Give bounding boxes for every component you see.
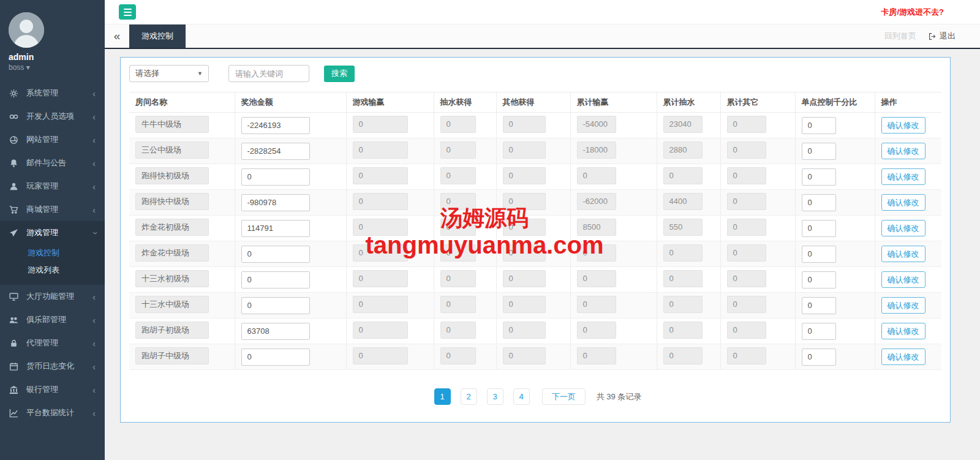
column-header: 累计其它 [720, 92, 795, 113]
confirm-edit-button[interactable]: 确认修改 [881, 143, 925, 159]
table-row: 跑胡子中级场 0 0 0 0 0 0 确认修改 [129, 344, 941, 370]
jackpot-input[interactable] [241, 297, 310, 314]
percent-control-input[interactable] [802, 349, 836, 366]
sidebar-item[interactable]: 玩家管理 ‹ [0, 175, 105, 198]
total-pump-field: 2880 [663, 141, 703, 159]
back-to-home-link[interactable]: 回到首页 [884, 31, 916, 42]
jackpot-input[interactable] [241, 168, 310, 186]
rooms-table: 房间名称奖池金额游戏输赢抽水获得其他获得累计输赢累计抽水累计其它单点控制千分比操… [129, 92, 941, 370]
sidebar-item[interactable]: 俱乐部管理 ‹ [0, 308, 105, 331]
percent-control-input[interactable] [802, 297, 836, 314]
confirm-edit-button[interactable]: 确认修改 [881, 220, 925, 236]
sidebar-item[interactable]: 网站管理 ‹ [0, 128, 105, 151]
main-area: 卡房/游戏进不去? « 游戏控制 回到首页 退出 请选择 ▼ [105, 0, 980, 460]
bell-icon [9, 159, 23, 168]
filter-row: 请选择 ▼ 搜索 [129, 65, 941, 82]
total-other-field: 0 [727, 219, 766, 236]
sidebar-item[interactable]: 代理管理 ‹ [0, 331, 105, 355]
sidebar-subitem[interactable]: 游戏控制 [0, 244, 105, 262]
jackpot-input[interactable] [241, 117, 310, 134]
percent-control-input[interactable] [802, 246, 836, 263]
logout-link[interactable]: 退出 [929, 31, 956, 42]
page-button[interactable]: 4 [513, 388, 530, 405]
total-pump-field: 550 [663, 219, 703, 236]
sidebar-item[interactable]: 平台数据统计 ‹ [0, 401, 105, 424]
confirm-edit-button[interactable]: 确认修改 [881, 168, 925, 185]
game-win-field: 0 [353, 219, 408, 236]
game-control-panel: 请选择 ▼ 搜索 房间名称奖池金额游戏输赢抽水获得其他获得累计输赢累计抽水累 [120, 57, 951, 423]
pagination: 1 2 3 4 下一页 共 39 条记录 [129, 388, 941, 405]
sidebar-item[interactable]: 开发人员选项 ‹ [0, 105, 105, 128]
sidebar-item-label: 开发人员选项 [26, 111, 92, 122]
jackpot-input[interactable] [241, 194, 310, 211]
percent-control-input[interactable] [802, 117, 836, 134]
total-pump-field: 0 [663, 322, 703, 339]
sidebar-item[interactable]: 邮件与公告 ‹ [0, 151, 105, 175]
table-row: 炸金花中级场 0 0 0 0 0 0 确认修改 [129, 241, 941, 267]
sidebar-item-label: 大厅功能管理 [26, 291, 92, 302]
pump-gain-field: 0 [440, 141, 476, 159]
game-win-field: 0 [353, 244, 408, 262]
sidebar-item[interactable]: 商城管理 ‹ [0, 198, 105, 221]
game-win-field: 0 [353, 193, 408, 210]
confirm-edit-button[interactable]: 确认修改 [881, 117, 925, 134]
column-header: 操作 [875, 92, 941, 113]
percent-control-input[interactable] [802, 271, 836, 288]
jackpot-input[interactable] [241, 220, 310, 237]
confirm-edit-button[interactable]: 确认修改 [881, 297, 925, 314]
room-name-field: 十三水中级场 [135, 296, 209, 313]
menu-toggle-button[interactable] [119, 4, 136, 20]
tab-game-control[interactable]: 游戏控制 [129, 25, 186, 48]
jackpot-input[interactable] [241, 349, 310, 366]
sidebar-item[interactable]: 系统管理 ‹ [0, 81, 105, 105]
room-name-field: 跑胡子初级场 [135, 322, 209, 339]
sidebar-group-game: 游戏管理 ‹ 游戏控制 游戏列表 [0, 221, 105, 285]
table-body: 牛牛中级场 0 0 0 -54000 23040 0 确认修改 [129, 113, 941, 370]
jackpot-input[interactable] [241, 143, 310, 160]
confirm-edit-button[interactable]: 确认修改 [881, 246, 925, 262]
sidebar-item-game-management[interactable]: 游戏管理 ‹ [0, 221, 105, 244]
filter-select[interactable]: 请选择 ▼ [129, 65, 209, 82]
percent-control-input[interactable] [802, 323, 836, 340]
user-role-dropdown[interactable]: boss ▾ [9, 63, 105, 72]
lock-icon [9, 339, 23, 348]
sidebar-item-label: 银行管理 [26, 384, 92, 395]
admin-app: admin boss ▾ 系统管理 ‹ 开发人员选项 ‹ [0, 0, 980, 460]
avatar [9, 12, 44, 48]
sidebar-item-label: 游戏管理 [26, 227, 92, 238]
sidebar-subitem[interactable]: 游戏列表 [0, 262, 105, 279]
percent-control-input[interactable] [802, 143, 836, 160]
sidebar-item[interactable]: 大厅功能管理 ‹ [0, 285, 105, 308]
confirm-edit-button[interactable]: 确认修改 [881, 194, 925, 211]
confirm-edit-button[interactable]: 确认修改 [881, 349, 925, 365]
page-button[interactable]: 1 [434, 388, 451, 405]
logout-icon [929, 32, 937, 40]
percent-control-input[interactable] [802, 220, 836, 237]
confirm-edit-button[interactable]: 确认修改 [881, 271, 925, 288]
sidebar-subitem-label: 游戏控制 [28, 248, 59, 257]
user-name: admin [9, 52, 105, 62]
other-gain-field: 0 [503, 296, 546, 313]
jackpot-input[interactable] [241, 271, 310, 288]
room-name-field: 十三水初级场 [135, 270, 209, 287]
search-button[interactable]: 搜索 [324, 66, 355, 82]
percent-control-input[interactable] [802, 168, 836, 186]
page-button[interactable]: 3 [487, 388, 503, 405]
percent-control-input[interactable] [802, 194, 836, 211]
chevron-left-icon: ‹ [92, 135, 96, 145]
sidebar-item[interactable]: 银行管理 ‹ [0, 378, 105, 401]
jackpot-input[interactable] [241, 323, 310, 340]
sidebar-menu: 系统管理 ‹ 开发人员选项 ‹ 网站管理 ‹ [0, 81, 105, 424]
sidebar-item[interactable]: 货币日志变化 ‹ [0, 355, 105, 378]
table-row: 三公中级场 0 0 0 -18000 2880 0 确认修改 [129, 138, 941, 164]
chevron-left-icon: ‹ [92, 112, 96, 121]
chevron-left-icon: ‹ [92, 362, 96, 371]
jackpot-input[interactable] [241, 246, 310, 263]
next-page-button[interactable]: 下一页 [542, 388, 586, 405]
page-button[interactable]: 2 [461, 388, 477, 405]
confirm-edit-button[interactable]: 确认修改 [881, 323, 925, 339]
total-other-field: 0 [727, 141, 766, 159]
collapse-tabs-icon[interactable]: « [105, 25, 129, 48]
sidebar-item-label: 玩家管理 [26, 181, 92, 192]
keyword-input[interactable] [228, 65, 309, 82]
